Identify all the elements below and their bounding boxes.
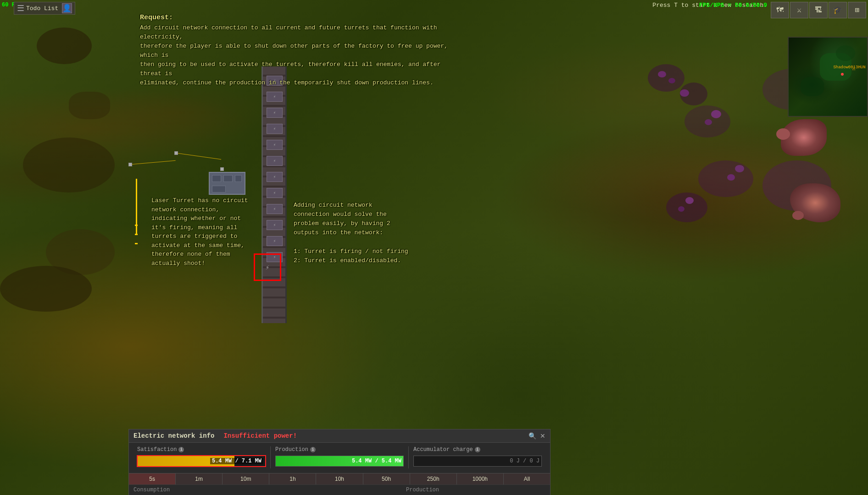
indicator-line (135, 225, 138, 226)
consumption-label: Consumption (134, 487, 273, 493)
request-title: Request: (140, 13, 461, 23)
time-btn-1h[interactable]: 1h (269, 473, 316, 484)
laser-turret-annotation: Laser Turret has no circuit network conn… (151, 196, 248, 268)
production-section: Production i 5.4 MW / 5.4 MW (271, 446, 409, 468)
small-enemy (658, 71, 666, 77)
small-enemy (685, 197, 694, 204)
production-bottom-label: Production (406, 487, 545, 493)
factory-window (212, 186, 226, 192)
turret: ⚡ (267, 220, 283, 230)
todo-button[interactable]: ☰ Todo List 👤 (14, 2, 75, 15)
turret: ⚡ (267, 204, 283, 214)
time-btn-10h[interactable]: 10h (316, 473, 363, 484)
electric-network-panel: Electric network info Insufficient power… (128, 429, 551, 495)
turret: ⚡ (267, 156, 283, 166)
panel-controls: 🔍 ✕ (529, 432, 545, 440)
accumulator-info-icon[interactable]: i (475, 447, 480, 452)
turret: ⚡ (267, 92, 283, 102)
production-label: Production i (275, 446, 404, 453)
time-btn-1m[interactable]: 1m (176, 473, 223, 484)
terrain-patch (23, 138, 115, 192)
indicator-line (135, 243, 138, 244)
wall-structure: ⚡ ⚡ ⚡ ⚡ ⚡ ⚡ ⚡ ⚡ ⚡ ⚡ ⚡ ⚡ (262, 66, 287, 323)
toolbar-grid-btn[interactable]: ⊞ (848, 2, 866, 18)
terrain-patch (0, 266, 92, 312)
power-pole (174, 151, 178, 155)
accumulator-section: Accumulator charge i 0 J / 0 J (409, 446, 546, 468)
production-bar: 5.4 MW / 5.4 MW (275, 456, 404, 467)
turret: ⚡ (267, 108, 283, 118)
minimap-player-marker (841, 73, 844, 76)
terrain-patch (69, 92, 110, 119)
satisfaction-value: 5.4 MW / 7.1 MW (210, 458, 263, 464)
terrain-patch (37, 28, 92, 64)
small-enemy (668, 78, 675, 83)
request-annotation: Request: Add circuit network connection … (140, 13, 461, 88)
small-enemy (735, 165, 744, 172)
time-btn-50h[interactable]: 50h (363, 473, 410, 484)
bottom-labels-row: Consumption Production (129, 484, 550, 495)
toolbar: 🗺 ⚔ 🏗 🎓 ⊞ (769, 0, 868, 20)
turret: ⚡ (267, 140, 283, 150)
time-btn-250h[interactable]: 250h (410, 473, 457, 484)
accumulator-value: 0 J / 0 J (510, 458, 540, 464)
red-highlight-box: ⚡ (254, 253, 281, 281)
toolbar-map-btn[interactable]: 🗺 (771, 2, 789, 18)
panel-title: Electric network info (134, 432, 214, 440)
small-enemy (727, 174, 735, 181)
factory-window (212, 175, 221, 182)
circuit-annotation: Adding circuit network connection would … (294, 201, 408, 265)
time-btn-all[interactable]: All (504, 473, 550, 484)
satisfaction-bar: 5.4 MW / 7.1 MW (137, 456, 266, 467)
time-btn-5s[interactable]: 5s (129, 473, 176, 484)
toolbar-research-btn[interactable]: 🎓 (829, 2, 847, 18)
turret: ⚡ (267, 124, 283, 134)
todo-icon: ☰ (17, 3, 24, 13)
time-buttons-row: 5s 1m 10m 1h 10h 50h 250h 1000h All (129, 473, 550, 484)
indicator-line (135, 234, 138, 235)
production-info-icon[interactable]: i (310, 447, 316, 452)
small-enemy (711, 110, 721, 118)
panel-search-btn[interactable]: 🔍 (529, 432, 536, 440)
satisfaction-section: Satisfaction i 5.4 MW / 7.1 MW (133, 446, 271, 468)
fps-ups-display: FPS/UPS = 59.9/59.9 (699, 1, 767, 9)
satisfaction-info-icon[interactable]: i (178, 447, 184, 452)
small-enemy (680, 89, 689, 97)
small-enemy (776, 128, 790, 140)
small-enemy (792, 211, 804, 220)
enemy-cluster (648, 64, 684, 92)
minimap-canvas (789, 38, 867, 116)
panel-content: Satisfaction i 5.4 MW / 7.1 MW Productio… (129, 443, 550, 472)
factory-building (209, 172, 245, 195)
accumulator-bar: 0 J / 0 J (413, 456, 542, 467)
todo-label: Todo List (26, 5, 58, 12)
minimap[interactable]: ⚠ Shadow0013HUN (788, 37, 868, 117)
enemy-cluster (698, 160, 753, 197)
toolbar-combat-btn[interactable]: ⚔ (790, 2, 808, 18)
minimap-terrain (836, 45, 856, 61)
accumulator-label-text: Accumulator charge i (413, 446, 542, 453)
time-btn-1000h[interactable]: 1000h (457, 473, 504, 484)
request-body: Add circuit network connection to all cu… (140, 23, 461, 88)
minimap-terrain (801, 77, 824, 97)
insufficient-power-warning: Insufficient power! (223, 432, 297, 440)
turret: ⚡ (267, 172, 283, 182)
turret: ⚡ (267, 236, 283, 246)
turret: ⚡ (267, 188, 283, 198)
panel-header: Electric network info Insufficient power… (129, 429, 550, 443)
minimap-player-name: Shadow0013HUN (833, 65, 865, 70)
toolbar-row-1: 🗺 ⚔ 🏗 🎓 ⊞ (771, 2, 866, 18)
small-enemy (678, 206, 684, 212)
factory-window (223, 175, 233, 182)
power-pole (220, 167, 224, 171)
production-value: 5.4 MW / 5.4 MW (352, 458, 401, 464)
todo-avatar: 👤 (62, 3, 72, 13)
highlighted-turret: ⚡ (255, 255, 280, 280)
time-btn-10m[interactable]: 10m (223, 473, 269, 484)
panel-close-btn[interactable]: ✕ (540, 432, 545, 440)
toolbar-build-btn[interactable]: 🏗 (809, 2, 828, 18)
power-pole (128, 163, 132, 166)
factory-window (235, 175, 242, 182)
enemy-cluster (666, 192, 707, 222)
satisfaction-label: Satisfaction i (137, 446, 266, 453)
